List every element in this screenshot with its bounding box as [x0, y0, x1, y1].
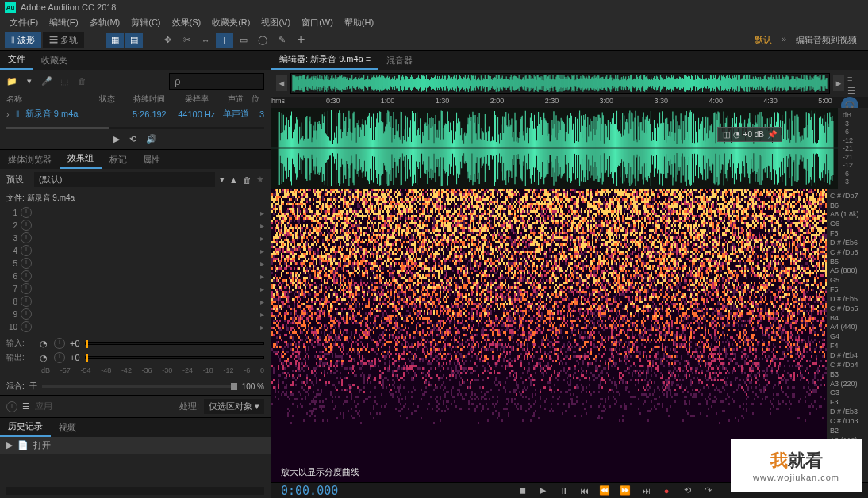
apply-button[interactable]: 应用	[35, 400, 52, 412]
process-dropdown[interactable]: 仅选区对象 ▾	[204, 399, 264, 414]
menu-window[interactable]: 窗口(W)	[297, 15, 338, 30]
loop-icon[interactable]: ⟲	[129, 134, 136, 144]
slot-power-icon[interactable]	[21, 270, 32, 282]
delete-preset-icon[interactable]: 🗑	[243, 175, 252, 185]
slot-power-icon[interactable]	[21, 207, 32, 218]
workspace-default[interactable]: 默认	[755, 34, 772, 46]
save-preset-icon[interactable]: ▲	[229, 175, 238, 185]
view-list-icon[interactable]: ≡	[847, 74, 860, 82]
marquee-tool-icon[interactable]: ▭	[235, 33, 252, 48]
editor-tab[interactable]: 编辑器: 新录音 9.m4a ≡	[271, 50, 378, 70]
favorites-tab[interactable]: 收藏夹	[33, 52, 75, 70]
fx-slot[interactable]: 6▸	[6, 270, 264, 282]
record-button[interactable]: ●	[659, 485, 674, 497]
record-mic-icon[interactable]: 🎤	[41, 75, 52, 86]
waveform-tab[interactable]: ⫴ 波形	[5, 32, 41, 48]
files-tab[interactable]: 文件	[0, 50, 33, 70]
stop-button[interactable]: ◼	[514, 485, 530, 497]
move-tool-icon[interactable]: ✥	[159, 33, 176, 48]
slot-power-icon[interactable]	[21, 258, 32, 269]
play-icon[interactable]: ▶	[113, 134, 120, 144]
fx-slot[interactable]: 4▸	[6, 244, 264, 257]
menu-file[interactable]: 文件(F)	[5, 15, 43, 30]
waveform-display[interactable]: ◫ ◔ +0 dB 📌	[271, 108, 838, 189]
output-power-icon[interactable]	[54, 352, 65, 363]
menu-effects[interactable]: 效果(S)	[167, 15, 206, 30]
spectral-freq-icon[interactable]: ▦	[106, 33, 124, 48]
history-tab[interactable]: 历史记录	[0, 417, 51, 437]
slot-power-icon[interactable]	[21, 232, 32, 243]
file-hscroll[interactable]	[6, 127, 264, 129]
video-tab[interactable]: 视频	[51, 419, 84, 437]
slip-tool-icon[interactable]: ↔	[197, 33, 214, 48]
workspace-edit-audio[interactable]: 编辑音频到视频	[796, 34, 857, 46]
output-meter-icon[interactable]: ◔	[38, 352, 49, 363]
forward-button[interactable]: ⏩	[617, 485, 633, 497]
chevron-right-icon[interactable]: ▸	[260, 209, 264, 217]
fx-slot[interactable]: 7▸	[6, 282, 264, 295]
effects-rack-tab[interactable]: 效果组	[60, 149, 102, 169]
slot-power-icon[interactable]	[21, 283, 32, 294]
razor-tool-icon[interactable]: ✂	[178, 33, 195, 48]
lasso-tool-icon[interactable]: ◯	[254, 33, 271, 48]
time-select-tool-icon[interactable]: I	[216, 33, 233, 48]
input-power-icon[interactable]	[54, 338, 65, 349]
chevron-right-icon[interactable]: ▸	[260, 323, 264, 331]
overview-left-icon[interactable]: ◄	[276, 75, 287, 91]
brush-tool-icon[interactable]: ✎	[273, 33, 290, 48]
overview-right-icon[interactable]: ►	[833, 75, 844, 91]
slot-power-icon[interactable]	[21, 321, 32, 332]
mix-slider[interactable]	[42, 385, 237, 388]
prev-button[interactable]: ⏮	[576, 485, 592, 497]
mixer-tab[interactable]: 混音器	[378, 52, 421, 70]
trash-icon[interactable]: 🗑	[76, 75, 87, 86]
history-item[interactable]: ▶ 📄 打开	[0, 437, 271, 454]
menu-help[interactable]: 帮助(H)	[340, 15, 378, 30]
search-input[interactable]	[169, 73, 264, 90]
chevron-right-icon[interactable]: ▸	[260, 247, 264, 255]
rewind-button[interactable]: ⏪	[597, 485, 613, 497]
chevron-right-icon[interactable]: ▸	[260, 221, 264, 230]
media-browser-tab[interactable]: 媒体浏览器	[0, 151, 60, 169]
slot-power-icon[interactable]	[21, 308, 32, 320]
import-icon[interactable]: ⬚	[59, 75, 70, 86]
timecode[interactable]: 0:00.000	[281, 484, 338, 498]
fx-slot[interactable]: 10▸	[6, 320, 264, 333]
chevron-right-icon[interactable]: ▸	[260, 259, 264, 268]
pause-button[interactable]: ⏸	[555, 485, 571, 497]
spectrogram-display[interactable]: 放大以显示分度曲线	[271, 189, 827, 482]
chevron-down-icon[interactable]: ▾	[220, 174, 225, 185]
overview-waveform[interactable]	[290, 73, 830, 94]
fx-slot[interactable]: 1▸	[6, 206, 264, 219]
properties-tab[interactable]: 属性	[135, 151, 168, 169]
spectral-pitch-icon[interactable]: ▤	[125, 33, 143, 48]
file-row[interactable]: › ⫴ 新录音 9.m4a 5:26.192 44100 Hz 单声道 3	[0, 106, 271, 121]
fx-slot[interactable]: 3▸	[6, 232, 264, 244]
menu-multitrack[interactable]: 多轨(M)	[85, 15, 125, 30]
menu-favorites[interactable]: 收藏夹(R)	[207, 15, 255, 30]
star-icon[interactable]: ★	[256, 174, 264, 185]
list-icon[interactable]: ☰	[22, 401, 30, 412]
fx-slot[interactable]: 5▸	[6, 257, 264, 270]
chevron-right-icon[interactable]: ▸	[260, 310, 264, 319]
hud-pin-icon[interactable]: 📌	[767, 130, 777, 139]
fx-slot[interactable]: 9▸	[6, 308, 264, 320]
new-file-icon[interactable]: ▾	[24, 75, 35, 86]
hud-overlay[interactable]: ◫ ◔ +0 dB 📌	[717, 127, 782, 142]
skip-button[interactable]: ↷	[700, 485, 716, 497]
time-ruler[interactable]: hms0:301:001:302:002:303:003:304:004:305…	[271, 97, 841, 108]
autoplay-icon[interactable]: 🔊	[146, 134, 157, 144]
view-grid-icon[interactable]: ☰	[847, 86, 860, 94]
next-button[interactable]: ⏭	[638, 485, 654, 497]
slot-power-icon[interactable]	[21, 245, 32, 256]
chevron-right-icon[interactable]: ▸	[260, 234, 264, 243]
markers-tab[interactable]: 标记	[102, 151, 135, 169]
hud-gain-icon[interactable]: ◔	[733, 130, 740, 139]
chevron-right-icon[interactable]: ▸	[260, 272, 264, 281]
menu-clip[interactable]: 剪辑(C)	[126, 15, 165, 30]
multitrack-tab[interactable]: ☰ 多轨	[43, 32, 84, 48]
fx-slot[interactable]: 2▸	[6, 219, 264, 232]
hud-pan-icon[interactable]: ◫	[723, 130, 730, 139]
input-meter-icon[interactable]: ◔	[38, 338, 49, 349]
preset-dropdown[interactable]: (默认)	[34, 172, 215, 187]
